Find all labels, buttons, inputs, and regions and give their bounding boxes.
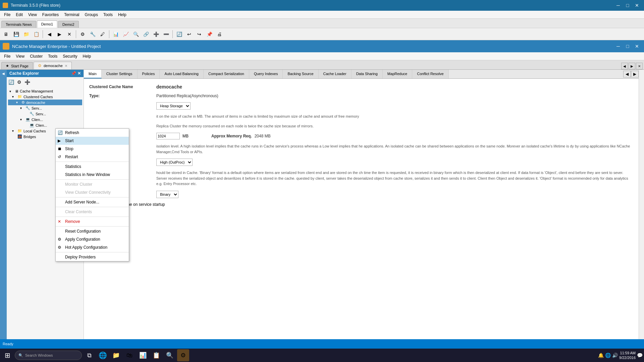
toolbar-btn-14[interactable]: 🔗 [141,29,151,39]
tab-demo1[interactable]: Demo1 [37,20,57,28]
taskbar-action-center[interactable]: 💬 [637,353,643,358]
menu-file[interactable]: File [1,12,13,18]
menu-groups[interactable]: Groups [82,12,101,18]
app-menu-security[interactable]: Security [60,53,80,59]
menu-help[interactable]: Help [115,12,129,18]
app-menu-file[interactable]: File [1,53,13,59]
toolbar-btn-17[interactable]: 🔄 [174,29,184,39]
tab-cluster-settings[interactable]: Cluster Settings [102,70,138,78]
taskbar-app-terminal[interactable]: ⚙ [177,349,189,361]
sidebar-close-icon[interactable]: ✕ [77,71,81,76]
toolbar-btn-1[interactable]: 🖥 [1,29,11,39]
toolbar-btn-18[interactable]: ↩ [184,29,194,39]
sidebar-pin-icon[interactable]: 📌 [71,71,76,76]
tree-item-client-1[interactable]: ▾ 💻 Clien... [8,117,82,122]
app-maximize-button[interactable]: □ [623,42,632,51]
tab-conflict-resolve[interactable]: Conflict Resolve [412,70,448,78]
tree-item-clustered-caches[interactable]: ▾ 📁 Clustered Caches [8,94,82,100]
ctx-reset-config[interactable]: Reset Configuration [56,227,129,235]
toolbar-btn-7[interactable]: ✕ [65,29,74,39]
doc-tab-nav-left[interactable]: ◀ [621,63,628,69]
app-close-button[interactable]: ✕ [633,42,641,51]
taskbar-app-explorer[interactable]: 📁 [110,349,122,361]
content-tab-nav-left[interactable]: ◀ [623,71,631,77]
app-menu-view[interactable]: View [13,53,27,59]
toolbar-btn-16[interactable]: ➖ [161,29,171,39]
minimize-button[interactable]: ─ [614,1,623,10]
ctx-restart[interactable]: ↺ Restart [56,153,129,161]
toolbar-btn-20[interactable]: 📌 [205,29,214,39]
toolbar-btn-15[interactable]: ➕ [151,29,161,39]
toolbar-btn-11[interactable]: 📊 [111,29,120,39]
toolbar-btn-10[interactable]: 🖊 [98,29,107,39]
left-icon-1[interactable]: ◀ [1,71,5,76]
sidebar-btn-1[interactable]: 🔄 [7,78,15,86]
toolbar-btn-13[interactable]: 🔍 [131,29,141,39]
tab-cache-loader[interactable]: Cache Loader [319,70,352,78]
menu-terminal[interactable]: Terminal [61,12,82,18]
doc-tab-nav-close[interactable]: ✕ [636,63,643,69]
taskbar-app-store[interactable]: 🛍 [123,349,136,361]
tab-mapreduce[interactable]: MapReduce [383,70,412,78]
right-scrollbar[interactable] [639,70,644,339]
app-menu-help[interactable]: Help [80,53,94,59]
toolbar-btn-21[interactable]: 🖨 [215,29,224,39]
tab-auto-load-balancing[interactable]: Auto Load Balancing [160,70,204,78]
ctx-remove[interactable]: ✕ Remove [56,218,129,226]
ctx-apply-config[interactable]: ⚙ Apply Configuration [56,235,129,243]
toolbar-btn-4[interactable]: 📋 [32,29,41,39]
tab-query-indexes[interactable]: Query Indexes [249,70,283,78]
ctx-deploy-providers[interactable]: Deploy Providers [56,253,129,261]
toolbar-btn-6[interactable]: ▶ [55,29,64,39]
tab-compact-serialization[interactable]: Compact Serialization [204,70,249,78]
doc-tab-close-icon[interactable]: ✕ [65,64,67,68]
close-button[interactable]: ✕ [633,1,641,10]
windows-start-button[interactable]: ⊞ [1,349,13,361]
tab-data-sharing[interactable]: Data Sharing [352,70,383,78]
isolation-select[interactable]: High (OutProc) [156,159,193,166]
tab-terminals-news[interactable]: Terminals News [1,21,36,28]
ctx-hot-apply-config[interactable]: ⚙ Hot Apply Configuration [56,243,129,251]
toolbar-btn-19[interactable]: ↪ [195,29,204,39]
toolbar-btn-2[interactable]: 💾 [11,29,21,39]
menu-favorites[interactable]: Favorites [40,12,61,18]
ctx-refresh[interactable]: 🔄 Refresh [56,129,129,137]
doc-tab-start-page[interactable]: ★ Start Page [1,62,33,69]
tree-item-server-1[interactable]: ▾ 🔧 Serv... [8,105,82,111]
tab-backing-source[interactable]: Backing Source [283,70,318,78]
tab-policies[interactable]: Policies [138,70,160,78]
toolbar-btn-3[interactable]: 📁 [21,29,31,39]
tree-item-cache-management[interactable]: ▾ 🖥 Cache Management [8,88,82,94]
menu-view[interactable]: View [25,12,40,18]
taskbar-search[interactable]: 🔍 Search Windows [15,351,82,360]
toolbar-btn-8[interactable]: ⚙ [78,29,87,39]
sidebar-btn-3[interactable]: ➕ [23,78,31,86]
toolbar-btn-5[interactable]: ◀ [45,29,54,39]
taskbar-app-1[interactable]: 📊 [137,349,149,361]
storage-select[interactable]: Heap Storage [156,102,191,110]
taskbar-app-2[interactable]: 📋 [150,349,162,361]
app-minimize-button[interactable]: ─ [614,42,623,51]
toolbar-btn-9[interactable]: 🔧 [88,29,97,39]
tab-demo2[interactable]: Demo2 [58,21,78,28]
taskbar-task-view[interactable]: ⧉ [83,349,95,361]
sidebar-btn-2[interactable]: ⚙ [15,78,23,86]
taskbar-app-3[interactable]: 🔍 [164,349,176,361]
app-menu-cluster[interactable]: Cluster [27,53,45,59]
tab-main[interactable]: Main [84,70,102,78]
cache-size-input[interactable] [156,133,180,139]
data-format-select[interactable]: Binary [156,191,178,198]
doc-tab-nav-right[interactable]: ▶ [629,63,635,69]
ctx-statistics-new-window[interactable]: Statistics in New Window [56,171,129,179]
taskbar-app-ie[interactable]: 🌐 [97,349,109,361]
toolbar-btn-12[interactable]: 📈 [121,29,130,39]
tree-item-democache[interactable]: ▾ ⚙ democache [8,100,82,105]
ctx-start[interactable]: ▶ Start [56,137,129,145]
doc-tab-democache[interactable]: ⚙ democache ✕ [34,62,72,69]
menu-edit[interactable]: Edit [13,12,25,18]
ctx-stop[interactable]: ⏹ Stop [56,145,129,153]
maximize-button[interactable]: □ [623,1,632,10]
ctx-add-server[interactable]: Add Server Node... [56,198,129,206]
menu-tools[interactable]: Tools [101,12,115,18]
tree-item-client-1-child[interactable]: 💻 Clien... [8,122,82,128]
